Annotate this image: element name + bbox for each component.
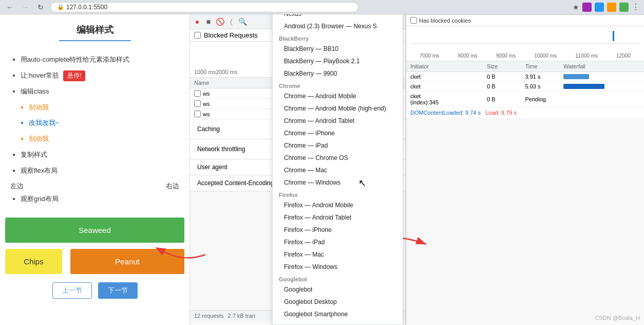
watermark: CSDN @Boala_H: [595, 315, 640, 321]
tl-9000: 9000 ms: [496, 53, 516, 59]
dropdown-item[interactable]: Chrome — Windows: [273, 176, 403, 189]
blocked-checkbox[interactable]: [194, 32, 201, 39]
prev-button[interactable]: 上一节: [52, 282, 92, 299]
throttling-label: Network throttling: [197, 146, 245, 153]
item-copy: 复制样式: [21, 150, 179, 160]
chips-box: Chips: [5, 249, 62, 274]
dropdown-item[interactable]: Firefox — Mac: [273, 248, 403, 261]
blackberry-group-label: BlackBerry: [273, 32, 403, 43]
dropdown-item[interactable]: Firefox — Windows: [273, 261, 403, 273]
next-button[interactable]: 下一节: [98, 282, 138, 299]
address-bar[interactable]: 🔒 127.0.0.1:5500: [50, 2, 358, 12]
dropdown-item[interactable]: Firefox — iPhone: [273, 224, 403, 236]
url-text: 127.0.0.1:5500: [66, 4, 107, 11]
side-table-header: Initiator Size Time Waterfall: [406, 61, 644, 72]
extension-icon-1[interactable]: [582, 3, 592, 12]
panel-title: 编辑样式: [59, 14, 131, 41]
tl-10000: 10000 ms: [534, 53, 557, 59]
row-name-2: ws: [203, 101, 210, 107]
blocked-cookies-label: Has blocked cookies: [419, 17, 471, 24]
subitem-2: 改我改我~: [29, 118, 179, 129]
left-label: 左边: [10, 182, 24, 191]
initiator-3: cket (index):345: [410, 93, 487, 105]
dom-content-loaded: DOMContentLoaded: 9.74 s: [410, 110, 481, 116]
th-time: Time: [525, 63, 564, 69]
googlebot-group-label: Googlebot: [273, 273, 403, 283]
subitem-1: 别动我: [29, 102, 179, 113]
tl-12000: 12000: [616, 53, 631, 59]
request-count: 12 requests: [194, 313, 223, 319]
dropdown-item[interactable]: BlackBerry — BB10: [273, 43, 403, 55]
extension-icon-3[interactable]: [607, 3, 616, 12]
initiator-2: cket: [410, 83, 487, 89]
search-button[interactable]: 🔍: [237, 16, 248, 27]
blocked-label: Blocked Requests: [204, 31, 258, 39]
dropdown-item[interactable]: BlackBerry — 9900: [273, 67, 403, 80]
side-row-3[interactable]: cket (index):345 0 B Pending: [406, 92, 644, 107]
item-hover: 让:hover常驻 悬停!: [21, 70, 179, 81]
dropdown-item[interactable]: Android (2.3) Browser — Nexus S: [273, 20, 403, 32]
side-row-2[interactable]: cket 0 B 5.03 s: [406, 82, 644, 92]
dropdown-item[interactable]: Googlebot Smartphone: [273, 308, 403, 320]
row-checkbox-2[interactable]: [194, 100, 201, 107]
row-checkbox-3[interactable]: [194, 111, 201, 117]
dropdown-item[interactable]: Firefox — Android Mobile: [273, 199, 403, 211]
dropdown-group-googlebot: Googlebot Googlebot Googlebot Desktop Go…: [273, 273, 403, 320]
dropdown-item[interactable]: Chrome — iPad: [273, 139, 403, 152]
dom-content-row: DOMContentLoaded: 9.74 s Load: 9.79 s: [406, 107, 644, 118]
item-sublist: 别动我 改我改我~ 别动我: [18, 102, 179, 145]
dropdown-item[interactable]: Chrome — Mac: [273, 164, 403, 176]
dropdown-item[interactable]: Chrome — iPhone: [273, 127, 403, 139]
peanut-box: Peanut: [70, 249, 184, 274]
row-name-3: ws: [203, 111, 210, 117]
row-checkbox-1[interactable]: [194, 90, 201, 97]
time-2: 5.03 s: [525, 83, 564, 89]
lock-icon: 🔒: [57, 4, 64, 10]
subitem-3: 别动我: [29, 134, 179, 145]
record-button[interactable]: ●: [192, 16, 202, 27]
hover-button[interactable]: 悬停!: [63, 70, 85, 81]
dropdown-item[interactable]: Googlebot Desktop: [273, 296, 403, 308]
item-grid: 观察grid布局: [21, 194, 179, 205]
refresh-button[interactable]: ↻: [35, 2, 46, 13]
time-1: 3.91 s: [525, 74, 564, 80]
lr-label: 左边 右边: [10, 182, 179, 191]
side-timeline: 7000 ms 8000 ms 9000 ms 10000 ms 11000 m…: [406, 26, 644, 61]
dropdown-item[interactable]: Firefox — Android Tablet: [273, 211, 403, 224]
item-autocomplete: 用auto-complete特性给元素添加样式: [21, 55, 179, 65]
size-3: 0 B: [487, 96, 525, 102]
extension-icon-2[interactable]: [595, 3, 604, 12]
waterfall-bar-1: [563, 74, 589, 79]
blocked-cookies-checkbox[interactable]: [410, 17, 417, 24]
caching-label: Caching: [197, 125, 220, 133]
user-agent-dropdown[interactable]: Android (4.0.2) Browser — Galaxy Nexus A…: [272, 0, 403, 325]
dropdown-item[interactable]: Chrome — Chrome OS: [273, 152, 403, 164]
dropdown-item[interactable]: BlackBerry — PlayBook 2.1: [273, 55, 403, 67]
dropdown-item[interactable]: Firefox — iPad: [273, 236, 403, 248]
firefox-group-label: Firefox: [273, 189, 403, 199]
dropdown-item[interactable]: Chrome — Android Mobile (high-end): [273, 102, 403, 115]
extension-icon-4[interactable]: [619, 3, 629, 12]
th-initiator: Initiator: [410, 63, 487, 69]
chrome-group-label: Chrome: [273, 80, 403, 90]
size-2: 0 B: [487, 83, 525, 89]
side-row-1[interactable]: cket 0 B 3.91 s: [406, 72, 644, 82]
back-button[interactable]: ←: [4, 2, 15, 13]
th-waterfall: Waterfall: [563, 63, 640, 69]
blocked-cookies-row: Has blocked cookies: [406, 15, 644, 26]
tl-8000: 8000 ms: [458, 53, 477, 59]
filter-button[interactable]: 〈: [226, 16, 236, 27]
tl-11000: 11000 ms: [575, 53, 598, 59]
forward-button[interactable]: →: [20, 2, 31, 13]
dropdown-item[interactable]: Chrome — Android Tablet: [273, 115, 403, 127]
accepted-encodings-label: Accepted Content-Encodings: [197, 179, 277, 187]
right-label: 右边: [166, 182, 179, 191]
dropdown-item[interactable]: Chrome — Android Mobile: [273, 90, 403, 102]
user-agent-label: User agent: [197, 164, 228, 171]
dropdown-item[interactable]: Googlebot: [273, 283, 403, 296]
settings-icon[interactable]: ⋮: [632, 2, 640, 12]
size-1: 0 B: [487, 74, 525, 80]
clear-button[interactable]: 🚫: [215, 16, 225, 27]
stop-button[interactable]: ■: [203, 16, 214, 27]
star-icon[interactable]: ★: [573, 3, 579, 11]
